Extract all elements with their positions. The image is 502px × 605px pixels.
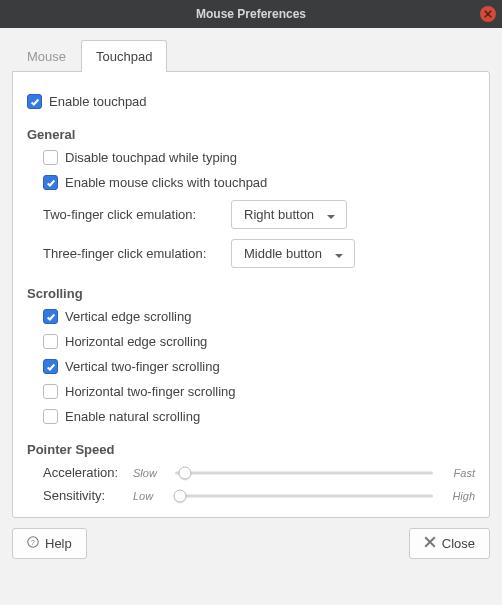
section-title-pointer: Pointer Speed <box>27 442 475 457</box>
titlebar: Mouse Preferences <box>0 0 502 28</box>
slider-track <box>175 471 433 474</box>
window-title: Mouse Preferences <box>196 7 306 21</box>
sensitivity-row: Sensitivity: Low High <box>43 488 475 503</box>
close-icon <box>424 536 436 551</box>
three-finger-row: Three-finger click emulation: Middle but… <box>43 239 475 268</box>
window-close-button[interactable] <box>480 6 496 22</box>
vertical-edge-checkbox[interactable] <box>43 309 58 324</box>
three-finger-value: Middle button <box>244 246 322 261</box>
vertical-edge-label: Vertical edge scrolling <box>65 309 191 324</box>
tab-mouse[interactable]: Mouse <box>12 40 81 72</box>
close-button[interactable]: Close <box>409 528 490 559</box>
sensitivity-low: Low <box>133 490 165 502</box>
two-finger-select[interactable]: Right button <box>231 200 347 229</box>
horizontal-twofinger-row: Horizontal two-finger scrolling <box>43 384 475 399</box>
chevron-down-icon <box>334 249 344 259</box>
disable-while-typing-label: Disable touchpad while typing <box>65 150 237 165</box>
disable-while-typing-checkbox[interactable] <box>43 150 58 165</box>
horizontal-twofinger-checkbox[interactable] <box>43 384 58 399</box>
enable-touchpad-row: Enable touchpad <box>27 94 475 109</box>
two-finger-value: Right button <box>244 207 314 222</box>
close-label: Close <box>442 536 475 551</box>
vertical-twofinger-checkbox[interactable] <box>43 359 58 374</box>
tabs: Mouse Touchpad <box>12 40 490 72</box>
vertical-twofinger-label: Vertical two-finger scrolling <box>65 359 220 374</box>
horizontal-twofinger-label: Horizontal two-finger scrolling <box>65 384 236 399</box>
enable-touchpad-checkbox[interactable] <box>27 94 42 109</box>
acceleration-row: Acceleration: Slow Fast <box>43 465 475 480</box>
acceleration-high: Fast <box>443 467 475 479</box>
sensitivity-slider[interactable] <box>175 489 433 503</box>
slider-thumb[interactable] <box>179 466 192 479</box>
footer: ? Help Close <box>12 528 490 559</box>
help-icon: ? <box>27 536 39 551</box>
vertical-edge-row: Vertical edge scrolling <box>43 309 475 324</box>
content: Mouse Touchpad Enable touchpad General D… <box>0 28 502 569</box>
acceleration-low: Slow <box>133 467 165 479</box>
tab-panel-touchpad: Enable touchpad General Disable touchpad… <box>12 71 490 518</box>
svg-text:?: ? <box>31 539 35 546</box>
section-title-general: General <box>27 127 475 142</box>
help-label: Help <box>45 536 72 551</box>
tab-touchpad[interactable]: Touchpad <box>81 40 167 72</box>
scrolling-group: Vertical edge scrolling Horizontal edge … <box>43 309 475 424</box>
two-finger-label: Two-finger click emulation: <box>43 207 221 222</box>
natural-scrolling-row: Enable natural scrolling <box>43 409 475 424</box>
general-group: Disable touchpad while typing Enable mou… <box>43 150 475 190</box>
enable-clicks-checkbox[interactable] <box>43 175 58 190</box>
three-finger-label: Three-finger click emulation: <box>43 246 221 261</box>
enable-touchpad-label: Enable touchpad <box>49 94 147 109</box>
vertical-twofinger-row: Vertical two-finger scrolling <box>43 359 475 374</box>
horizontal-edge-label: Horizontal edge scrolling <box>65 334 207 349</box>
acceleration-slider[interactable] <box>175 466 433 480</box>
horizontal-edge-checkbox[interactable] <box>43 334 58 349</box>
two-finger-row: Two-finger click emulation: Right button <box>43 200 475 229</box>
horizontal-edge-row: Horizontal edge scrolling <box>43 334 475 349</box>
chevron-down-icon <box>326 210 336 220</box>
three-finger-select[interactable]: Middle button <box>231 239 355 268</box>
natural-scrolling-checkbox[interactable] <box>43 409 58 424</box>
help-button[interactable]: ? Help <box>12 528 87 559</box>
disable-while-typing-row: Disable touchpad while typing <box>43 150 475 165</box>
enable-clicks-label: Enable mouse clicks with touchpad <box>65 175 267 190</box>
slider-track <box>175 494 433 497</box>
natural-scrolling-label: Enable natural scrolling <box>65 409 200 424</box>
acceleration-label: Acceleration: <box>43 465 123 480</box>
sensitivity-high: High <box>443 490 475 502</box>
enable-clicks-row: Enable mouse clicks with touchpad <box>43 175 475 190</box>
sensitivity-label: Sensitivity: <box>43 488 123 503</box>
slider-thumb[interactable] <box>174 489 187 502</box>
section-title-scrolling: Scrolling <box>27 286 475 301</box>
